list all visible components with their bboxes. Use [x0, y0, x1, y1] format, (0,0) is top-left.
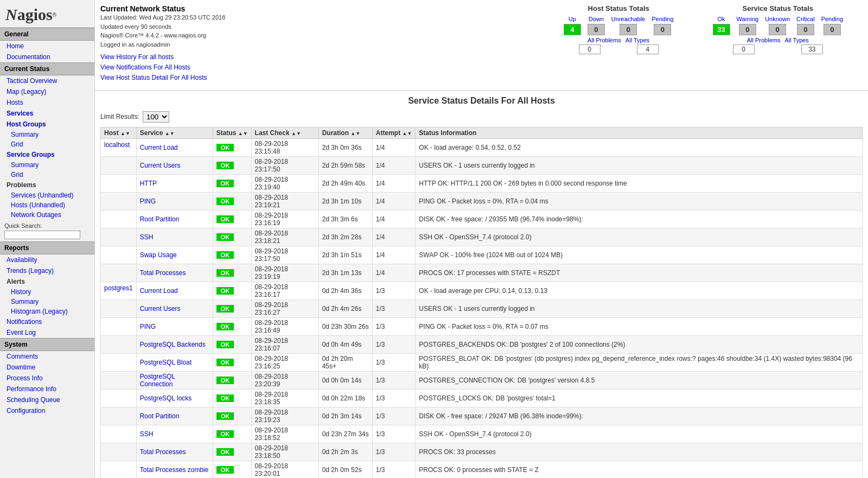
- sidebar-item-host-groups-summary[interactable]: Summary: [0, 130, 94, 139]
- service-cell[interactable]: Current Users: [136, 299, 213, 317]
- service-status-totals-title: Service Status Totals: [710, 4, 846, 12]
- host-all-problems-count[interactable]: 0: [579, 44, 601, 54]
- svc-all-problems-count[interactable]: 0: [733, 44, 755, 54]
- header: Current Network Status Last Updated: Wed…: [95, 0, 868, 91]
- service-cell[interactable]: Current Load: [136, 138, 213, 156]
- service-cell[interactable]: PING: [136, 192, 213, 210]
- sidebar-item-documentation[interactable]: Documentation: [0, 52, 94, 62]
- service-cell[interactable]: SSH: [136, 228, 213, 246]
- sidebar-item-performance-info[interactable]: Performance Info: [0, 384, 94, 394]
- host-cell[interactable]: localhost: [101, 138, 137, 156]
- sidebar-item-availability[interactable]: Availability: [0, 254, 94, 265]
- sidebar-item-tactical-overview[interactable]: Tactical Overview: [0, 75, 94, 86]
- status-cell: OK: [213, 210, 251, 228]
- status-info-cell: POSTGRES_BACKENDS OK: DB 'postgres' 2 of…: [416, 335, 863, 353]
- host-all-types-count[interactable]: 4: [637, 44, 659, 54]
- sidebar-item-service-groups-summary[interactable]: Summary: [0, 160, 94, 170]
- sidebar-item-services[interactable]: Services: [0, 108, 94, 119]
- service-cell[interactable]: Total Processes zombie: [136, 461, 213, 478]
- svc-val-ok[interactable]: 33: [710, 23, 733, 36]
- main-content: Current Network Status Last Updated: Wed…: [95, 0, 868, 478]
- last-check-cell: 08-29-2018 23:16:07: [251, 335, 318, 353]
- status-cell: OK: [213, 335, 251, 353]
- host-cell: [101, 461, 137, 478]
- host-val-up[interactable]: 4: [560, 23, 584, 36]
- host-cell[interactable]: postgres1: [101, 282, 137, 299]
- sidebar-item-process-info[interactable]: Process Info: [0, 373, 94, 384]
- host-all-types-link[interactable]: All Types: [626, 37, 649, 43]
- service-cell[interactable]: PostgreSQL locks: [136, 389, 213, 407]
- svc-val-unknown[interactable]: 0: [762, 23, 793, 36]
- last-check-cell: 08-29-2018 23:20:39: [251, 371, 318, 389]
- last-check-cell: 08-29-2018 23:18:35: [251, 389, 318, 407]
- status-cell: OK: [213, 264, 251, 282]
- sidebar-item-hosts[interactable]: Hosts: [0, 97, 94, 108]
- sidebar-item-alerts-summary[interactable]: Summary: [0, 297, 94, 307]
- sidebar-item-alerts-history[interactable]: History: [0, 287, 94, 297]
- service-cell[interactable]: Total Processes: [136, 264, 213, 282]
- svc-all-types-count[interactable]: 33: [801, 44, 823, 54]
- view-notifications-link[interactable]: View Notifications For All Hosts: [100, 62, 550, 73]
- sidebar-item-service-groups-grid[interactable]: Grid: [0, 170, 94, 180]
- service-cell[interactable]: Swap Usage: [136, 246, 213, 264]
- service-cell[interactable]: HTTP: [136, 174, 213, 192]
- sidebar-item-comments[interactable]: Comments: [0, 351, 94, 362]
- sidebar-item-host-groups-label[interactable]: Host Groups: [0, 119, 94, 130]
- sidebar-item-scheduling-queue[interactable]: Scheduling Queue: [0, 394, 94, 405]
- svc-val-pending[interactable]: 0: [818, 23, 846, 36]
- last-check-cell: 08-29-2018 23:18:52: [251, 425, 318, 443]
- service-cell[interactable]: Current Load: [136, 282, 213, 299]
- service-cell[interactable]: PostgreSQL Bloat: [136, 353, 213, 371]
- service-cell[interactable]: SSH: [136, 425, 213, 443]
- sidebar-item-hosts-unhandled[interactable]: Hosts (Unhandled): [0, 200, 94, 210]
- limit-select[interactable]: 100 50 25 All: [143, 111, 169, 123]
- host-val-pending[interactable]: 0: [648, 23, 676, 36]
- sidebar-item-network-outages[interactable]: Network Outages: [0, 210, 94, 220]
- view-history-link[interactable]: View History For all hosts: [100, 52, 550, 62]
- svc-val-critical[interactable]: 0: [793, 23, 818, 36]
- limit-row: Limit Results: 100 50 25 All: [100, 111, 863, 123]
- sidebar-item-trends-legacy[interactable]: Trends (Legacy): [0, 265, 94, 276]
- attempt-cell: 1/4: [372, 246, 416, 264]
- sidebar-item-downtime[interactable]: Downtime: [0, 362, 94, 373]
- sidebar-item-service-groups-label[interactable]: Service Groups: [0, 149, 94, 160]
- svc-summary-row: 0 33: [710, 44, 846, 54]
- service-cell[interactable]: PostgreSQL Backends: [136, 335, 213, 353]
- host-all-problems-link[interactable]: All Problems: [588, 37, 621, 43]
- quick-search-input[interactable]: [4, 231, 80, 239]
- sidebar-item-event-log[interactable]: Event Log: [0, 327, 94, 338]
- host-col-up: Up: [560, 15, 584, 23]
- sidebar-item-home[interactable]: Home: [0, 41, 94, 52]
- attempt-cell: 1/3: [372, 389, 416, 407]
- svc-all-types-link[interactable]: All Types: [784, 37, 808, 43]
- attempt-cell: 1/4: [372, 156, 416, 174]
- service-cell[interactable]: Current Users: [136, 156, 213, 174]
- host-val-unreachable[interactable]: 0: [608, 23, 648, 36]
- status-info-cell: SSH OK - OpenSSH_7.4 (protocol 2.0): [416, 228, 863, 246]
- sidebar: Nagios® General Home Documentation Curre…: [0, 0, 95, 478]
- host-val-down[interactable]: 0: [584, 23, 608, 36]
- svc-val-warning[interactable]: 0: [733, 23, 762, 36]
- sidebar-item-services-unhandled[interactable]: Services (Unhandled): [0, 190, 94, 200]
- duration-cell: 0d 2h 4m 26s: [318, 299, 372, 317]
- svc-all-problems-link[interactable]: All Problems: [747, 37, 781, 43]
- last-check-cell: 08-29-2018 23:15:48: [251, 138, 318, 156]
- service-cell[interactable]: Root Partition: [136, 407, 213, 425]
- service-cell[interactable]: Total Processes: [136, 443, 213, 461]
- col-host: Host ▲▼: [101, 127, 137, 138]
- sidebar-item-host-groups-grid[interactable]: Grid: [0, 139, 94, 149]
- service-cell[interactable]: Root Partition: [136, 210, 213, 228]
- duration-cell: 0d 2h 4m 36s: [318, 282, 372, 299]
- table-row: HTTPOK08-29-2018 23:19:402d 2h 49m 40s1/…: [101, 174, 863, 192]
- sidebar-item-configuration[interactable]: Configuration: [0, 405, 94, 416]
- view-host-status-link[interactable]: View Host Status Detail For All Hosts: [100, 73, 550, 83]
- service-cell[interactable]: PING: [136, 317, 213, 335]
- status-cell: OK: [213, 425, 251, 443]
- service-cell[interactable]: PostgreSQL Connection: [136, 371, 213, 389]
- sidebar-item-notifications[interactable]: Notifications: [0, 316, 94, 327]
- sidebar-item-map-legacy[interactable]: Map (Legacy): [0, 86, 94, 97]
- svc-col-unknown: Unknown: [762, 15, 793, 23]
- attempt-cell: 1/3: [372, 299, 416, 317]
- host-cell: [101, 264, 137, 282]
- sidebar-item-histogram-legacy[interactable]: Histogram (Legacy): [0, 307, 94, 316]
